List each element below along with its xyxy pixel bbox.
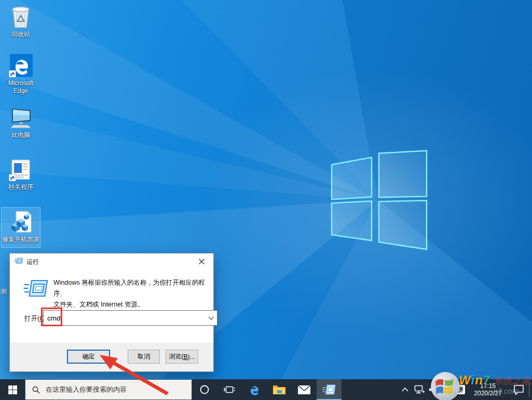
close-icon[interactable]	[190, 254, 213, 269]
volume-icon	[428, 385, 439, 394]
taskbar-search-box[interactable]: 在这里输入你要搜索的内容	[25, 379, 192, 400]
start-button[interactable]	[0, 379, 25, 400]
ok-button[interactable]: 确定	[67, 350, 110, 364]
desktop-icon-fix-black-screen[interactable]: 修复开机黑屏	[1, 207, 40, 248]
desktop-icon-this-pc[interactable]: 此电脑	[1, 105, 40, 139]
network-icon	[414, 384, 425, 395]
chevron-down-icon[interactable]	[208, 316, 214, 320]
this-pc-icon	[8, 105, 33, 130]
mail-icon	[297, 385, 311, 395]
desktop-icon-label: 修复开机黑屏	[2, 236, 40, 244]
desktop-icon-label: 秒关程序	[1, 183, 40, 191]
action-center-button[interactable]	[511, 379, 526, 400]
run-dialog: 运行 Windows 将根据你所输入的名称，为你打开相应的程序、 文件夹、文档或…	[9, 253, 214, 372]
search-placeholder: 在这里输入你要搜索的内容	[46, 385, 127, 394]
desktop-icon-partially-hidden[interactable]: 测	[1, 287, 9, 296]
cortana-button[interactable]	[192, 379, 217, 400]
edge-icon	[8, 53, 33, 78]
task-view-button[interactable]	[217, 379, 242, 400]
taskbar-edge-button[interactable]	[242, 379, 267, 400]
desktop-icon-quick-close-program[interactable]: 秒关程序	[1, 157, 40, 191]
search-icon	[32, 386, 40, 394]
desktop-icon-label: 此电脑	[1, 131, 40, 139]
edge-icon	[248, 383, 261, 396]
run-icon-small	[15, 257, 23, 264]
task-view-icon	[224, 385, 235, 394]
open-combobox[interactable]	[43, 310, 217, 326]
program-window-icon	[8, 157, 33, 182]
tray-language-indicator[interactable]: 英	[441, 379, 451, 400]
notification-icon	[513, 384, 524, 395]
taskbar: 在这里输入你要搜索的内容	[0, 379, 532, 400]
desktop-icon-recycle-bin[interactable]: 回收站	[1, 4, 40, 38]
tray-expand-button[interactable]	[399, 379, 411, 400]
desktop-icon-label-line2: Edge	[1, 87, 40, 95]
windows-desktop: 回收站 Microsoft Edge	[0, 0, 532, 400]
clock-date: 2020/2/27	[474, 390, 501, 397]
taskbar-run-button-active[interactable]	[317, 379, 342, 400]
tray-clock[interactable]: 17:15 2020/2/27	[467, 379, 509, 400]
shortcut-arrow-badge	[9, 174, 16, 181]
tray-network-button[interactable]	[412, 379, 427, 400]
desktop-icon-microsoft-edge[interactable]: Microsoft Edge	[1, 53, 40, 95]
desktop-icon-label-line1: Microsoft	[1, 79, 40, 87]
windows-start-icon	[8, 385, 17, 394]
run-dialog-titlebar[interactable]: 运行	[10, 254, 213, 269]
run-icon-large	[23, 279, 48, 298]
registry-file-icon	[8, 209, 33, 234]
cancel-button[interactable]: 取消	[128, 350, 160, 364]
chevron-up-icon	[402, 388, 408, 392]
open-input[interactable]	[44, 311, 206, 325]
browse-button[interactable]: 浏览(B)...	[166, 350, 198, 364]
shortcut-arrow-badge	[9, 70, 16, 77]
desktop-icon-label: 回收站	[1, 31, 40, 38]
recycle-bin-icon	[8, 4, 33, 29]
run-icon	[322, 384, 336, 395]
run-dialog-message: Windows 将根据你所输入的名称，为你打开相应的程序、 文件夹、文档或 In…	[53, 277, 210, 310]
folder-icon	[272, 384, 286, 395]
run-dialog-title: 运行	[26, 258, 39, 266]
cortana-icon	[199, 384, 210, 395]
show-desktop-divider[interactable]	[529, 382, 529, 397]
tray-ime-pinyin-indicator[interactable]: 拼	[455, 379, 466, 400]
taskbar-mail-button[interactable]	[292, 379, 317, 400]
taskbar-file-explorer-button[interactable]	[267, 379, 292, 400]
clock-time: 17:15	[480, 382, 496, 390]
annotation-rect-cmd	[41, 308, 62, 326]
tray-volume-button[interactable]	[427, 379, 440, 400]
